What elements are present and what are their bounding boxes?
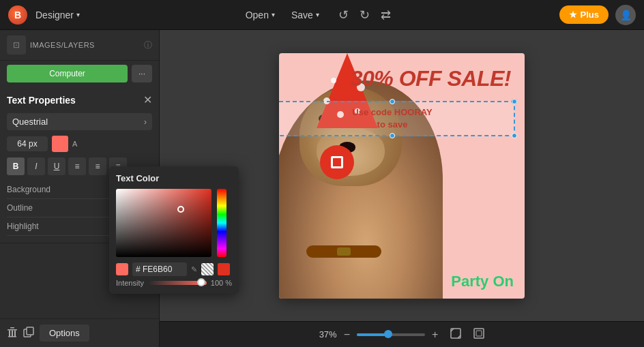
layers-icon: ⊡ bbox=[7, 35, 26, 55]
svg-rect-1 bbox=[10, 327, 14, 329]
outline-label: Outline bbox=[7, 203, 33, 213]
intensity-label: Intensity bbox=[116, 279, 144, 287]
intensity-slider[interactable] bbox=[148, 281, 207, 285]
dog-collar bbox=[306, 245, 381, 258]
app-logo: B bbox=[8, 5, 27, 25]
text-color-swatch[interactable] bbox=[52, 136, 68, 152]
align-letter-indicator: A bbox=[72, 140, 77, 148]
undo-button[interactable]: ↺ bbox=[336, 5, 351, 25]
sidebar-header: ⊡ IMAGES/LAYERS ⓘ bbox=[0, 30, 159, 61]
intensity-row: Intensity 100 % bbox=[116, 279, 232, 287]
transparent-swatch[interactable] bbox=[201, 263, 214, 275]
frame-button[interactable] bbox=[473, 328, 484, 342]
align-left-button[interactable]: ≡ bbox=[68, 157, 86, 175]
plus-button[interactable]: ★ Plus bbox=[559, 5, 609, 24]
align-center-button[interactable]: ≡ bbox=[89, 157, 106, 175]
redo-button[interactable]: ↻ bbox=[357, 5, 372, 25]
svg-point-13 bbox=[331, 78, 336, 83]
svg-rect-7 bbox=[27, 327, 33, 335]
topbar-actions: ★ Plus 👤 bbox=[559, 5, 636, 25]
more-options-button[interactable]: ··· bbox=[132, 65, 152, 82]
font-arrow-icon: › bbox=[144, 117, 147, 127]
sale-text[interactable]: 30% OFF SALE! bbox=[351, 67, 511, 91]
highlight-label: Highlight bbox=[7, 222, 39, 231]
options-button[interactable]: Options bbox=[40, 325, 89, 342]
font-name-label: Questrial bbox=[12, 117, 48, 127]
color-picker-main bbox=[116, 189, 232, 257]
selection-handle-tr[interactable] bbox=[512, 99, 517, 104]
intensity-value: 100 % bbox=[211, 279, 232, 287]
undo-redo-group: ↺ ↻ ⇄ bbox=[336, 5, 394, 25]
underline-button[interactable]: U bbox=[48, 157, 65, 175]
duplicate-button[interactable] bbox=[23, 327, 34, 340]
frame-icon bbox=[473, 328, 484, 339]
close-text-properties-button[interactable]: ✕ bbox=[143, 93, 152, 106]
brand-menu[interactable]: Designer ▾ bbox=[35, 10, 80, 20]
expand-icon bbox=[450, 328, 461, 339]
delete-button[interactable] bbox=[7, 327, 18, 340]
upload-computer-button[interactable]: Computer bbox=[7, 65, 128, 82]
topbar: B Designer ▾ Open ▾ Save ▾ ↺ ↻ ⇄ ★ Plus … bbox=[0, 0, 644, 30]
text-properties-title: Text Properties bbox=[7, 95, 76, 106]
italic-button[interactable]: I bbox=[27, 157, 45, 175]
topbar-center: Open ▾ Save ▾ ↺ ↻ ⇄ bbox=[88, 5, 551, 25]
trash-icon bbox=[7, 327, 18, 337]
svg-rect-5 bbox=[8, 336, 16, 337]
stop-icon bbox=[331, 156, 343, 168]
background-label: Background bbox=[7, 185, 50, 194]
gradient-cursor bbox=[177, 206, 184, 213]
edit-icon[interactable]: ✎ bbox=[191, 265, 197, 274]
save-button[interactable]: Save ▾ bbox=[291, 10, 319, 20]
text-properties-header: Text Properties ✕ bbox=[7, 93, 152, 106]
red-swatch[interactable] bbox=[218, 263, 230, 275]
zoom-slider-thumb[interactable] bbox=[384, 330, 392, 338]
hex-input[interactable] bbox=[132, 262, 187, 276]
color-picker-title: Text Color bbox=[116, 173, 232, 183]
selection-handle-bm[interactable] bbox=[390, 133, 395, 138]
star-icon: ★ bbox=[569, 10, 577, 20]
current-color-preview bbox=[116, 263, 128, 275]
sidebar-title: IMAGES/LAYERS bbox=[30, 41, 140, 49]
font-size-input[interactable] bbox=[7, 136, 48, 151]
info-icon[interactable]: ⓘ bbox=[144, 40, 152, 51]
hex-input-row: ✎ bbox=[116, 262, 232, 276]
collar-tag bbox=[337, 247, 351, 256]
font-selector[interactable]: Questrial › bbox=[7, 113, 152, 130]
selection-handle-tm[interactable] bbox=[390, 99, 395, 104]
zoom-bar: 37% − + bbox=[160, 321, 644, 347]
hue-slider[interactable] bbox=[217, 189, 226, 257]
svg-rect-16 bbox=[476, 331, 482, 336]
sidebar-bottom-bar: Options bbox=[0, 318, 159, 347]
upload-row: Computer ··· bbox=[0, 61, 159, 87]
zoom-percentage: 37% bbox=[319, 329, 337, 340]
copy-icon bbox=[23, 327, 34, 337]
svg-rect-15 bbox=[474, 329, 484, 338]
bold-button[interactable]: B bbox=[7, 157, 25, 175]
svg-rect-4 bbox=[14, 330, 16, 336]
open-button[interactable]: Open ▾ bbox=[246, 10, 275, 20]
repeat-button[interactable]: ⇄ bbox=[378, 5, 394, 25]
selection-handle-br[interactable] bbox=[512, 133, 517, 138]
svg-rect-2 bbox=[9, 330, 10, 336]
zoom-in-button[interactable]: + bbox=[432, 329, 438, 341]
avatar[interactable]: 👤 bbox=[615, 5, 636, 25]
expand-canvas-button[interactable] bbox=[450, 328, 461, 342]
party-text[interactable]: Party On bbox=[451, 273, 514, 290]
svg-rect-3 bbox=[12, 330, 13, 336]
zoom-out-button[interactable]: − bbox=[344, 329, 350, 341]
color-picker-popup: Text Color ✎ Intensity 100 % bbox=[109, 166, 239, 294]
zoom-slider-track[interactable] bbox=[357, 333, 425, 336]
stop-button-overlay[interactable] bbox=[320, 145, 354, 179]
size-color-row: A bbox=[7, 136, 152, 152]
main-area: ⊡ IMAGES/LAYERS ⓘ Computer ··· Text Prop… bbox=[0, 30, 644, 347]
color-gradient-picker[interactable] bbox=[116, 189, 211, 257]
intensity-thumb bbox=[197, 278, 205, 286]
design-canvas[interactable]: 30% OFF SALE! Use code HOORAY to save bbox=[279, 53, 525, 299]
coupon-code-box[interactable]: Use code HOORAY to save bbox=[279, 101, 515, 136]
sidebar: ⊡ IMAGES/LAYERS ⓘ Computer ··· Text Prop… bbox=[0, 30, 160, 347]
svg-rect-0 bbox=[8, 329, 17, 331]
coupon-text: Use code HOORAY to save bbox=[279, 106, 507, 131]
